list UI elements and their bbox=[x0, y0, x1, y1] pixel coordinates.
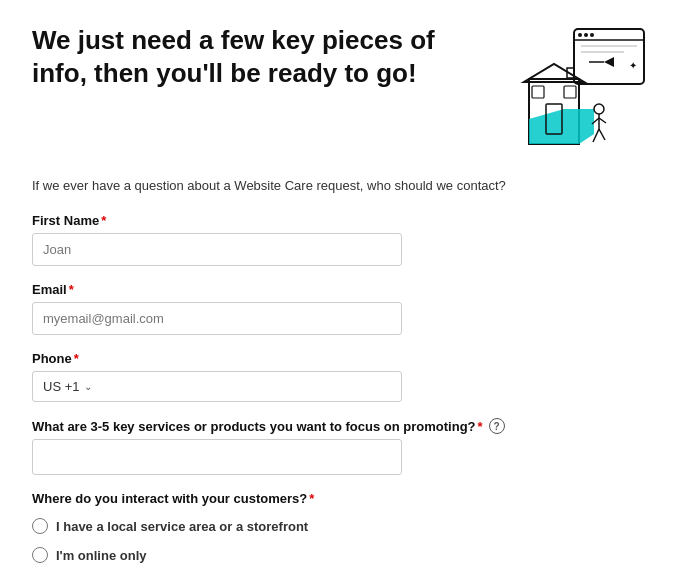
first-name-label: First Name* bbox=[32, 213, 649, 228]
phone-country-selector[interactable]: US +1 ⌄ bbox=[43, 379, 92, 394]
services-label: What are 3-5 key services or products yo… bbox=[32, 419, 483, 434]
svg-line-22 bbox=[599, 129, 605, 140]
first-name-input[interactable] bbox=[32, 233, 402, 266]
svg-text:✦: ✦ bbox=[629, 60, 637, 71]
services-group: What are 3-5 key services or products yo… bbox=[32, 418, 649, 475]
phone-group: Phone* US +1 ⌄ bbox=[32, 351, 649, 402]
svg-point-2 bbox=[578, 33, 582, 37]
radio-group: I have a local service area or a storefr… bbox=[32, 518, 649, 568]
email-group: Email* bbox=[32, 282, 649, 335]
svg-rect-14 bbox=[564, 86, 576, 98]
email-required: * bbox=[69, 282, 74, 297]
svg-point-3 bbox=[584, 33, 588, 37]
header-section: We just need a few key pieces of info, t… bbox=[32, 24, 649, 154]
illustration-svg: ✦ bbox=[519, 24, 649, 154]
main-form: First Name* Email* Phone* US +1 ⌄ What a… bbox=[32, 213, 649, 583]
phone-required: * bbox=[74, 351, 79, 366]
svg-point-17 bbox=[594, 104, 604, 114]
radio-online-option[interactable]: I'm online only bbox=[32, 547, 649, 563]
where-group: Where do you interact with your customer… bbox=[32, 491, 649, 568]
services-label-row: What are 3-5 key services or products yo… bbox=[32, 418, 649, 434]
radio-online-label: I'm online only bbox=[56, 548, 147, 563]
phone-wrapper[interactable]: US +1 ⌄ bbox=[32, 371, 402, 402]
email-label: Email* bbox=[32, 282, 649, 297]
phone-country-code: US +1 bbox=[43, 379, 80, 394]
radio-local-option[interactable]: I have a local service area or a storefr… bbox=[32, 518, 649, 534]
first-name-required: * bbox=[101, 213, 106, 228]
page-title: We just need a few key pieces of info, t… bbox=[32, 24, 452, 89]
services-input[interactable] bbox=[32, 439, 402, 475]
email-input[interactable] bbox=[32, 302, 402, 335]
chevron-down-icon: ⌄ bbox=[84, 381, 92, 392]
where-label: Where do you interact with your customer… bbox=[32, 491, 649, 506]
phone-label: Phone* bbox=[32, 351, 649, 366]
help-icon[interactable]: ? bbox=[489, 418, 505, 434]
header-illustration: ✦ bbox=[519, 24, 649, 154]
svg-marker-7 bbox=[604, 57, 614, 67]
radio-online-input[interactable] bbox=[32, 547, 48, 563]
svg-line-20 bbox=[599, 118, 606, 123]
where-required: * bbox=[309, 491, 314, 506]
svg-rect-0 bbox=[574, 29, 644, 84]
radio-local-label: I have a local service area or a storefr… bbox=[56, 519, 308, 534]
svg-rect-13 bbox=[532, 86, 544, 98]
services-required: * bbox=[478, 419, 483, 434]
svg-point-4 bbox=[590, 33, 594, 37]
radio-local-input[interactable] bbox=[32, 518, 48, 534]
first-name-group: First Name* bbox=[32, 213, 649, 266]
form-subtitle: If we ever have a question about a Websi… bbox=[32, 178, 649, 193]
